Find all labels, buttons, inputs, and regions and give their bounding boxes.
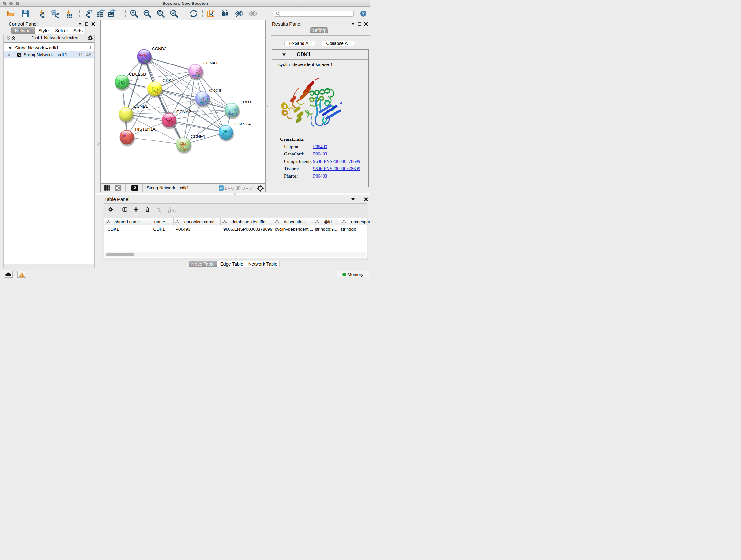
svg-text:CDK1: CDK1 [162, 78, 174, 83]
svg-text:CDKN1A: CDKN1A [233, 122, 251, 126]
svg-text:CDC25B: CDC25B [129, 72, 146, 77]
svg-text:CCNE1: CCNE1 [191, 134, 205, 139]
svg-text:RB1: RB1 [243, 100, 252, 105]
svg-text:CCNB1: CCNB1 [133, 104, 148, 109]
svg-text:HIST1H1A: HIST1H1A [135, 127, 156, 132]
svg-text:CCNB2: CCNB2 [152, 46, 166, 51]
svg-text:CCNA2: CCNA2 [177, 110, 191, 114]
svg-text:CDC6: CDC6 [209, 88, 221, 93]
svg-text:CCNA1: CCNA1 [203, 61, 218, 65]
